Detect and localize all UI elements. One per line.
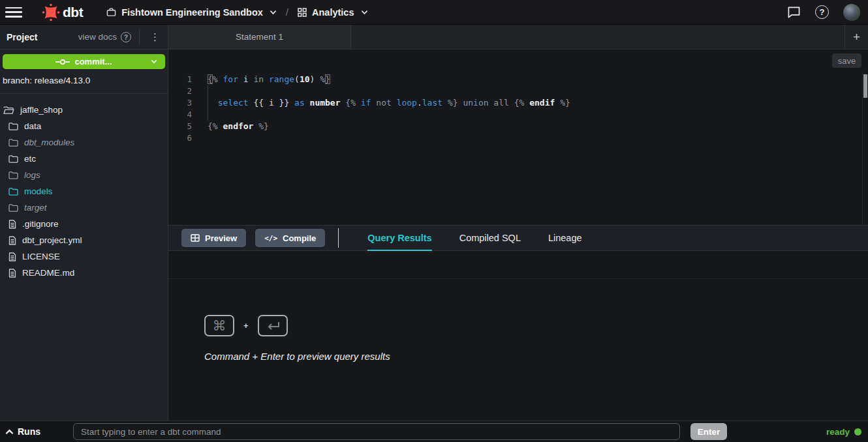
chevron-down-icon <box>270 10 277 15</box>
tree-item-label: data <box>24 121 41 131</box>
new-tab-button[interactable]: + <box>845 25 868 49</box>
tree-item-label: etc <box>24 154 36 164</box>
file-icon <box>8 252 16 261</box>
line-number: 6 <box>168 132 192 144</box>
table-icon <box>191 234 200 242</box>
tree-item-data[interactable]: data <box>0 118 168 134</box>
chat-feedback-icon[interactable] <box>787 6 801 18</box>
dbt-logo[interactable]: dbt <box>42 3 83 22</box>
line-number: 1 <box>168 74 192 85</box>
chevron-down-icon <box>151 59 157 64</box>
project-selector[interactable]: Analytics <box>298 7 367 18</box>
dbt-logo-text: dbt <box>63 5 83 20</box>
tree-item-jaffle-shop[interactable]: jaffle_shop <box>0 102 168 118</box>
dbt-logo-icon <box>42 3 60 22</box>
code-line-3[interactable]: 3 select {{ i }} as number {% if not loo… <box>168 97 868 109</box>
tree-item-target[interactable]: target <box>0 199 168 216</box>
folder-icon <box>8 203 18 212</box>
status-indicator: ready <box>826 427 861 437</box>
tree-item-label: dbt_project.yml <box>22 235 82 245</box>
code-line-4[interactable]: 4 <box>168 109 868 121</box>
editor-tab-bar: Statement 1 + <box>168 25 868 50</box>
topbar-actions: ? <box>787 4 860 21</box>
folder-icon <box>8 171 18 179</box>
help-icon[interactable]: ? <box>815 5 829 19</box>
line-number: 2 <box>168 85 192 97</box>
panel-tab-query-results[interactable]: Query Results <box>367 226 431 250</box>
folder-icon <box>8 122 18 130</box>
code-text <box>192 85 208 97</box>
chevron-up-icon <box>5 429 14 435</box>
tree-item--gitignore[interactable]: .gitignore <box>0 216 168 232</box>
code-line-5[interactable]: 5{% endfor %} <box>168 121 868 132</box>
enter-button[interactable]: Enter <box>690 423 727 440</box>
line-number: 5 <box>168 121 192 132</box>
docs-help-icon: ? <box>121 32 131 42</box>
hamburger-menu-icon[interactable] <box>5 6 22 19</box>
file-explorer-sidebar: Project view docs ? ⋮ commit... <box>0 25 168 420</box>
editor-main-area: Statement 1 + save 1{% for i in range(10… <box>168 25 868 420</box>
code-text: {% for i in range(10) %} <box>192 74 330 85</box>
view-docs-link[interactable]: view docs ? <box>78 32 131 42</box>
runs-toggle[interactable]: Runs <box>5 426 73 437</box>
editor-action-row: save <box>168 50 868 72</box>
panel-divider <box>168 278 868 279</box>
dbt-command-input[interactable] <box>73 423 680 440</box>
results-toolbar: Preview </> Compile Query ResultsCompile… <box>168 225 868 251</box>
tree-item-label: .gitignore <box>22 219 59 229</box>
command-status-bar: Runs Enter ready <box>0 420 868 442</box>
branch-label: branch: release/4.13.0 <box>0 69 168 94</box>
compile-button[interactable]: </> Compile <box>255 229 325 247</box>
tree-item-label: jaffle_shop <box>20 105 63 115</box>
git-commit-icon <box>55 59 70 65</box>
account-selector[interactable]: Fishtown Engineering Sandbox <box>106 7 277 18</box>
tree-item-etc[interactable]: etc <box>0 151 168 167</box>
tree-item-models[interactable]: models <box>0 183 168 199</box>
query-results-panel: ⌘ + Command + Enter to preview query res… <box>168 251 868 420</box>
tree-item-label: dbt_modules <box>24 138 74 147</box>
sidebar-title: Project <box>7 32 37 42</box>
breadcrumb-separator: / <box>286 7 288 18</box>
code-text: select {{ i }} as number {% if not loop.… <box>192 97 570 109</box>
commit-button[interactable]: commit... <box>3 54 165 69</box>
folder-icon <box>8 138 18 147</box>
tree-item-license[interactable]: LICENSE <box>0 248 168 265</box>
briefcase-icon <box>106 7 116 17</box>
plus-separator: + <box>243 321 249 331</box>
kebab-menu-icon[interactable]: ⋮ <box>146 32 164 42</box>
empty-state-hint: Command + Enter to preview query results <box>204 351 390 362</box>
editor-scrollbar[interactable] <box>862 72 868 225</box>
tree-item-label: logs <box>24 170 40 180</box>
panel-tab-lineage[interactable]: Lineage <box>548 226 582 250</box>
divider <box>139 29 140 45</box>
status-dot <box>854 428 861 435</box>
scrollbar-thumb[interactable] <box>863 74 867 98</box>
save-button[interactable]: save <box>832 53 861 68</box>
code-line-1[interactable]: 1{% for i in range(10) %} <box>168 74 868 85</box>
tree-item-dbt-modules[interactable]: dbt_modules <box>0 134 168 151</box>
code-line-2[interactable]: 2 <box>168 85 868 97</box>
sidebar-header: Project view docs ? ⋮ <box>0 25 168 50</box>
code-text: {% endfor %} <box>192 121 269 132</box>
status-label: ready <box>826 427 850 437</box>
preview-button[interactable]: Preview <box>181 229 246 247</box>
tree-item-label: README.md <box>22 268 74 278</box>
toolbar-divider <box>338 228 339 248</box>
tree-item-label: target <box>24 203 47 213</box>
code-text <box>192 109 208 121</box>
panel-tab-compiled-sql[interactable]: Compiled SQL <box>459 226 521 250</box>
code-line-6[interactable]: 6 <box>168 132 868 144</box>
project-name: Analytics <box>312 7 354 18</box>
dbt-ide-app: dbt Fishtown Engineering Sandbox / <box>0 0 868 442</box>
grid-icon <box>298 8 307 17</box>
tree-item-label: models <box>24 186 53 196</box>
results-empty-state: ⌘ + Command + Enter to preview query res… <box>204 315 390 362</box>
code-editor[interactable]: 1{% for i in range(10) %}23 select {{ i … <box>168 72 868 225</box>
file-icon <box>8 220 16 229</box>
tree-item-logs[interactable]: logs <box>0 167 168 183</box>
tree-item-dbt-project-yml[interactable]: dbt_project.yml <box>0 232 168 248</box>
user-avatar[interactable] <box>843 4 860 21</box>
panel-tab-label: Compiled SQL <box>459 233 521 243</box>
tree-item-readme-md[interactable]: README.md <box>0 265 168 281</box>
tab-statement-1[interactable]: Statement 1 <box>168 25 351 49</box>
